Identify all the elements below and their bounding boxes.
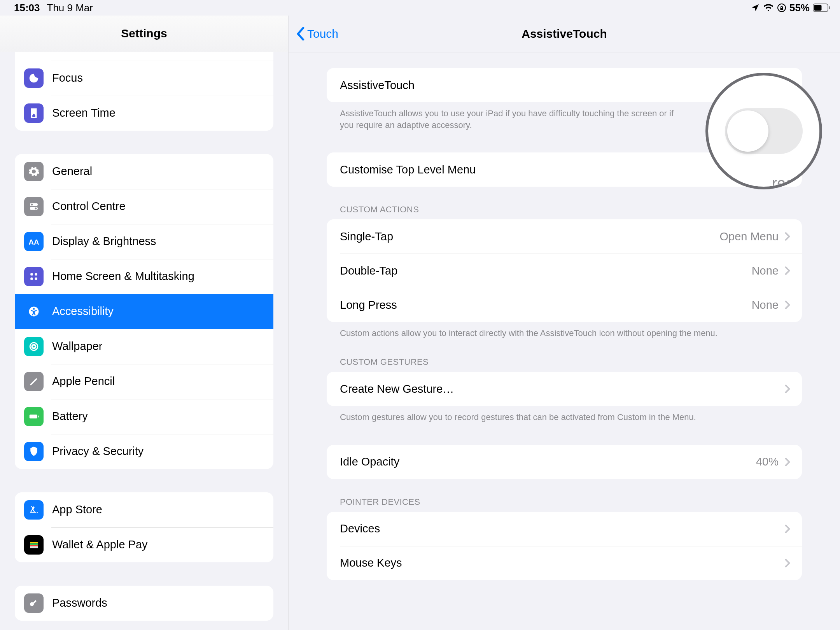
sidebar-item-label: Screen Time (52, 107, 116, 119)
section-header: Pointer Devices (327, 479, 802, 512)
sidebar-title: Settings (0, 16, 288, 52)
sidebar-item-privacy[interactable]: Privacy & Security (15, 434, 273, 469)
control-centre-icon (24, 197, 44, 216)
svg-rect-9 (30, 273, 33, 275)
chevron-right-icon (785, 525, 790, 533)
page-title: AssistiveTouch (522, 27, 607, 40)
section-header: Custom Gestures (327, 339, 802, 372)
sidebar-item-label: Battery (52, 410, 88, 423)
svg-rect-25 (32, 600, 37, 604)
sidebar-item-label: General (52, 165, 92, 178)
row-label: Long Press (340, 299, 397, 312)
chevron-right-icon (785, 266, 790, 275)
row-value: 40% (756, 455, 779, 468)
sidebar-item-label: Wallpaper (52, 340, 102, 353)
sidebar-item-label: Display & Brightness (52, 235, 156, 248)
chevron-right-icon (785, 559, 790, 567)
back-button[interactable]: Touch (296, 27, 338, 40)
battery-settings-icon (24, 407, 44, 426)
wifi-icon (763, 4, 774, 12)
row-value: Open Menu (719, 230, 779, 243)
row-mouse-keys[interactable]: Mouse Keys (327, 546, 802, 580)
chevron-right-icon (785, 232, 790, 241)
row-double-tap[interactable]: Double-Tap None (327, 254, 802, 288)
detail-pane: Touch AssistiveTouch requir AssistiveTou… (289, 16, 840, 630)
section-footer: Custom gestures allow you to record gest… (327, 406, 802, 423)
svg-point-7 (35, 207, 37, 209)
row-value: None (752, 264, 779, 277)
chevron-right-icon (785, 301, 790, 309)
magnified-toggle (725, 108, 803, 154)
row-label: Mouse Keys (340, 556, 402, 569)
sidebar-item-screen-time[interactable]: Screen Time (15, 96, 273, 131)
accessibility-icon (24, 302, 44, 321)
status-right: 55% (751, 2, 831, 14)
sidebar-item-passwords[interactable]: Passwords (15, 586, 273, 621)
sidebar-item-sounds[interactable]: Sounds (15, 52, 273, 61)
sidebar-item-pencil[interactable]: Apple Pencil (15, 364, 273, 399)
sidebar-item-wallpaper[interactable]: Wallpaper (15, 329, 273, 364)
svg-rect-21 (30, 543, 38, 545)
section-footer: Custom actions allow you to interact dir… (327, 322, 802, 339)
wallpaper-icon (24, 337, 44, 356)
svg-rect-10 (35, 273, 37, 275)
pencil-icon (24, 372, 44, 391)
chevron-right-icon (785, 458, 790, 466)
status-time: 15:03 (14, 2, 40, 14)
sidebar-item-label: Focus (52, 72, 83, 84)
row-label: Single-Tap (340, 230, 393, 243)
status-bar: 15:03 Thu 9 Mar 55% (0, 0, 840, 16)
screen-time-icon (24, 103, 44, 123)
svg-point-14 (33, 308, 35, 310)
wallet-icon (24, 535, 44, 555)
sidebar-item-focus[interactable]: Focus (15, 61, 273, 96)
svg-point-6 (31, 203, 33, 205)
row-devices[interactable]: Devices (327, 512, 802, 546)
sidebar-item-label: Accessibility (52, 305, 114, 318)
row-value: None (752, 299, 779, 312)
orientation-lock-icon (777, 3, 786, 12)
sidebar-item-control-centre[interactable]: Control Centre (15, 189, 273, 224)
svg-rect-23 (30, 546, 38, 548)
row-create-gesture[interactable]: Create New Gesture… (327, 372, 802, 406)
row-label: Devices (340, 522, 380, 535)
back-label: Touch (307, 27, 338, 40)
row-label: Customise Top Level Menu (340, 163, 476, 176)
chevron-left-icon (296, 27, 305, 40)
svg-rect-22 (30, 545, 38, 546)
callout-magnifier: requir (705, 73, 822, 189)
row-long-press[interactable]: Long Press None (327, 288, 802, 322)
sidebar-item-label: Passwords (52, 597, 107, 609)
svg-rect-3 (814, 5, 822, 11)
svg-rect-12 (35, 277, 37, 280)
sidebar-item-label: Control Centre (52, 200, 126, 213)
svg-rect-20 (30, 542, 38, 543)
sidebar-item-accessibility[interactable]: Accessibility (15, 294, 273, 329)
svg-rect-11 (30, 277, 33, 280)
status-date: Thu 9 Mar (47, 2, 93, 14)
sidebar-item-home-screen[interactable]: Home Screen & Multitasking (15, 259, 273, 294)
svg-rect-2 (829, 6, 830, 9)
svg-point-17 (33, 345, 35, 347)
row-label: Double-Tap (340, 264, 397, 277)
sidebar-item-display[interactable]: AA Display & Brightness (15, 224, 273, 259)
sidebar-item-label: Wallet & Apple Pay (52, 538, 148, 551)
row-label: Create New Gesture… (340, 383, 454, 396)
sidebar-item-battery[interactable]: Battery (15, 399, 273, 434)
sidebar-item-label: Privacy & Security (52, 445, 144, 458)
app-store-icon (24, 500, 44, 520)
chevron-right-icon (785, 385, 790, 393)
row-idle-opacity[interactable]: Idle Opacity 40% (327, 445, 802, 479)
svg-rect-18 (30, 415, 37, 418)
home-screen-icon (24, 267, 44, 286)
sidebar-item-label: App Store (52, 503, 102, 516)
svg-rect-19 (38, 415, 39, 417)
battery-icon (813, 4, 831, 12)
privacy-icon (24, 442, 44, 461)
location-icon (751, 3, 760, 12)
sidebar: Settings Sounds Focus Screen Time (0, 16, 289, 630)
sidebar-item-general[interactable]: General (15, 154, 273, 189)
row-single-tap[interactable]: Single-Tap Open Menu (327, 219, 802, 254)
sidebar-item-wallet[interactable]: Wallet & Apple Pay (15, 527, 273, 562)
sidebar-item-app-store[interactable]: App Store (15, 492, 273, 527)
